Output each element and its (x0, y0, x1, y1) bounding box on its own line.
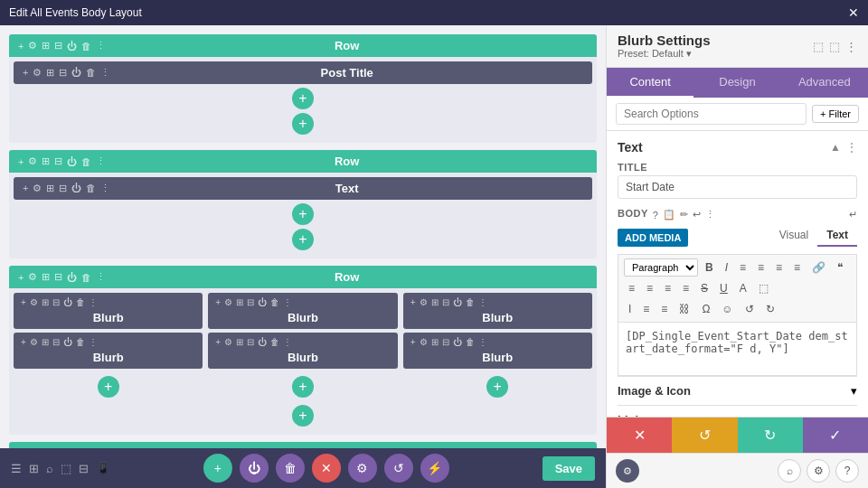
wp-blockquote-btn[interactable]: ≡ (771, 258, 787, 277)
blurb-col1-add-btn[interactable]: + (98, 376, 119, 398)
action-undo-btn[interactable]: ↺ (672, 418, 737, 453)
b2-power[interactable]: ⏻ (258, 297, 267, 307)
b1-trash[interactable]: 🗑 (76, 297, 85, 307)
wp-emoji-btn[interactable]: ☺ (717, 300, 737, 318)
b6-add[interactable]: + (410, 337, 416, 347)
b2-more[interactable]: ⋮ (283, 297, 292, 307)
tm-power[interactable]: ⏻ (71, 183, 81, 194)
b2-add[interactable]: + (215, 297, 221, 307)
row2-trash[interactable]: 🗑 (81, 156, 91, 167)
action-redo-btn[interactable]: ↻ (738, 418, 803, 453)
b2-trash[interactable]: 🗑 (270, 297, 279, 307)
panel-split-icon[interactable]: ⬚ (829, 40, 840, 53)
row2-more[interactable]: ⋮ (96, 155, 106, 167)
row1-copy-icon[interactable]: ⊞ (42, 40, 50, 52)
wp-redo-btn[interactable]: ↻ (761, 300, 779, 318)
row-1-header[interactable]: + ⚙ ⊞ ⊟ ⏻ 🗑 ⋮ Row (9, 34, 597, 57)
b4-trash[interactable]: 🗑 (76, 337, 85, 347)
title-field-input[interactable] (618, 175, 857, 199)
b5-copy[interactable]: ⊞ (236, 337, 243, 347)
row2-gear[interactable]: ⚙ (28, 155, 37, 167)
b6-layout[interactable]: ⊟ (442, 337, 449, 347)
b5-more[interactable]: ⋮ (283, 337, 292, 347)
b3-power[interactable]: ⏻ (453, 297, 462, 307)
pt-layout[interactable]: ⊟ (59, 67, 67, 79)
bottom-add-btn[interactable]: + (203, 454, 232, 483)
cbb-desktop-icon[interactable]: ⬚ (61, 462, 71, 475)
wp-color-btn[interactable]: A (735, 279, 751, 297)
tab-advanced[interactable]: Advanced (781, 68, 868, 98)
body-help-icon[interactable]: ? (653, 210, 658, 221)
tm-copy[interactable]: ⊞ (46, 183, 54, 194)
add-media-button[interactable]: ADD MEDIA (618, 229, 688, 247)
footer-search-btn[interactable]: ⌕ (778, 459, 801, 483)
b2-gear[interactable]: ⚙ (224, 297, 232, 307)
b4-layout[interactable]: ⊟ (52, 337, 60, 347)
cbb-menu-icon[interactable]: ☰ (11, 462, 22, 475)
row1-add-module-btn[interactable]: + (292, 88, 314, 109)
b3-more[interactable]: ⋮ (478, 297, 487, 307)
wp-indent3-btn[interactable]: ≡ (656, 300, 672, 318)
pt-more[interactable]: ⋮ (100, 67, 110, 79)
row1-add-icon[interactable]: + (18, 41, 24, 52)
body-undo-icon[interactable]: ↩ (693, 209, 701, 221)
title-bar-close-button[interactable]: ✕ (848, 5, 859, 20)
blurb-col2-add-btn[interactable]: + (292, 376, 314, 398)
tm-trash[interactable]: 🗑 (86, 183, 96, 194)
wp-align-left-btn[interactable]: ≡ (624, 279, 639, 297)
b5-layout[interactable]: ⊟ (247, 337, 254, 347)
action-cancel-btn[interactable]: ✕ (607, 418, 672, 453)
wp-link-btn[interactable]: 🔗 (807, 258, 830, 277)
row2-power[interactable]: ⏻ (67, 156, 77, 167)
text-more-btn[interactable]: ⋮ (846, 141, 857, 154)
bottom-undo-btn[interactable]: ↺ (384, 454, 413, 483)
row1-gear-icon[interactable]: ⚙ (28, 40, 37, 52)
row2-copy[interactable]: ⊞ (42, 155, 50, 167)
bottom-settings-btn[interactable]: ⚙ (348, 454, 377, 483)
b1-gear[interactable]: ⚙ (30, 297, 38, 307)
b6-gear[interactable]: ⚙ (420, 337, 428, 347)
body-edit-icon[interactable]: ✏ (680, 209, 688, 221)
wp-ol-btn[interactable]: ≡ (753, 258, 769, 277)
row3-copy[interactable]: ⊞ (42, 271, 50, 283)
wp-justify-btn[interactable]: ≡ (678, 279, 693, 297)
cbb-grid-icon[interactable]: ⊞ (29, 462, 39, 475)
row3-layout[interactable]: ⊟ (54, 271, 62, 283)
b6-copy[interactable]: ⊞ (431, 337, 439, 347)
editor-tab-text[interactable]: Text (817, 225, 857, 247)
row3-add[interactable]: + (18, 272, 24, 283)
row-2-header[interactable]: + ⚙ ⊞ ⊟ ⏻ 🗑 ⋮ Row (9, 150, 597, 173)
paragraph-select[interactable]: Paragraph (624, 258, 698, 277)
tm-add[interactable]: + (23, 183, 28, 194)
b4-gear[interactable]: ⚙ (30, 337, 38, 347)
image-icon-chevron[interactable]: ▾ (851, 384, 857, 398)
pt-copy[interactable]: ⊞ (46, 67, 54, 79)
row1-more-icon[interactable]: ⋮ (96, 40, 106, 52)
b3-trash[interactable]: 🗑 (466, 297, 475, 307)
wp-strike-btn[interactable]: S (696, 279, 712, 297)
pt-gear[interactable]: ⚙ (33, 67, 42, 79)
row1-layout-icon[interactable]: ⊟ (54, 40, 62, 52)
panel-settings-icon[interactable]: ⚙ (616, 459, 639, 483)
row1-trash-icon[interactable]: 🗑 (81, 41, 91, 52)
b2-layout[interactable]: ⊟ (247, 297, 254, 307)
b6-trash[interactable]: 🗑 (466, 337, 475, 347)
b4-copy[interactable]: ⊞ (42, 337, 49, 347)
b2-copy[interactable]: ⊞ (236, 297, 243, 307)
text-module[interactable]: + ⚙ ⊞ ⊟ ⏻ 🗑 ⋮ Text (14, 177, 592, 200)
wp-align-center-btn[interactable]: ≡ (642, 279, 657, 297)
tab-design[interactable]: Design (693, 68, 780, 98)
b1-power[interactable]: ⏻ (63, 297, 72, 307)
row3-more[interactable]: ⋮ (96, 271, 106, 283)
row2-add-section-btn[interactable]: + (292, 229, 314, 250)
row3-power[interactable]: ⏻ (67, 272, 77, 283)
tm-layout[interactable]: ⊟ (59, 183, 67, 194)
row1-add-section-btn[interactable]: + (292, 113, 314, 135)
wp-special-btn[interactable]: Ω (697, 300, 714, 318)
b1-more[interactable]: ⋮ (89, 297, 98, 307)
action-save-btn[interactable]: ✓ (803, 418, 868, 453)
cbb-mobile-icon[interactable]: 📱 (96, 462, 110, 475)
wp-indent2-btn[interactable]: ≡ (638, 300, 654, 318)
pt-power[interactable]: ⏻ (71, 67, 81, 79)
b1-add[interactable]: + (21, 297, 26, 307)
